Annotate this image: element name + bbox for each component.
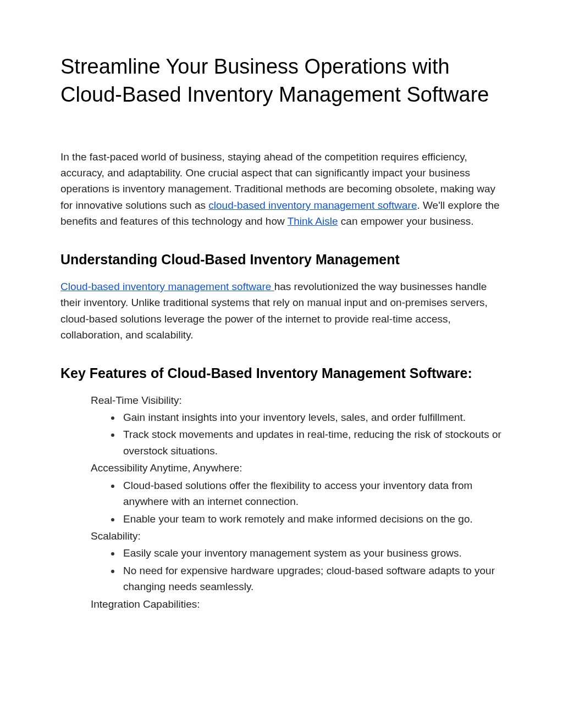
feature-list: Gain instant insights into your inventor… <box>91 409 503 459</box>
section-body-understanding: Cloud-based inventory management softwar… <box>60 279 503 343</box>
feature-title: Scalability: <box>91 528 503 544</box>
feature-list: Easily scale your inventory management s… <box>91 545 503 594</box>
list-item: Gain instant insights into your inventor… <box>121 409 503 425</box>
list-item: No need for expensive hardware upgrades;… <box>121 563 503 595</box>
list-item: Track stock movements and updates in rea… <box>121 426 503 459</box>
list-item: Enable your team to work remotely and ma… <box>121 511 503 527</box>
features-container: Real-Time Visibility: Gain instant insig… <box>60 392 503 613</box>
section-heading-understanding: Understanding Cloud-Based Inventory Mana… <box>60 252 503 268</box>
link-cloud-inventory-software-2[interactable]: Cloud-based inventory management softwar… <box>60 281 274 292</box>
page-title: Streamline Your Business Operations with… <box>60 53 503 109</box>
intro-paragraph: In the fast-paced world of business, sta… <box>60 149 503 230</box>
list-item: Cloud-based solutions offer the flexibil… <box>121 477 503 510</box>
intro-text-3: can empower your business. <box>338 215 474 227</box>
feature-title: Integration Capabilities: <box>91 596 503 612</box>
list-item: Easily scale your inventory management s… <box>121 545 503 561</box>
link-think-aisle[interactable]: Think Aisle <box>288 215 338 227</box>
section-heading-key-features: Key Features of Cloud-Based Inventory Ma… <box>60 365 503 381</box>
feature-list: Cloud-based solutions offer the flexibil… <box>91 477 503 527</box>
link-cloud-inventory-software[interactable]: cloud-based inventory management softwar… <box>208 199 417 211</box>
feature-title: Real-Time Visibility: <box>91 392 503 408</box>
feature-title: Accessibility Anytime, Anywhere: <box>91 460 503 476</box>
